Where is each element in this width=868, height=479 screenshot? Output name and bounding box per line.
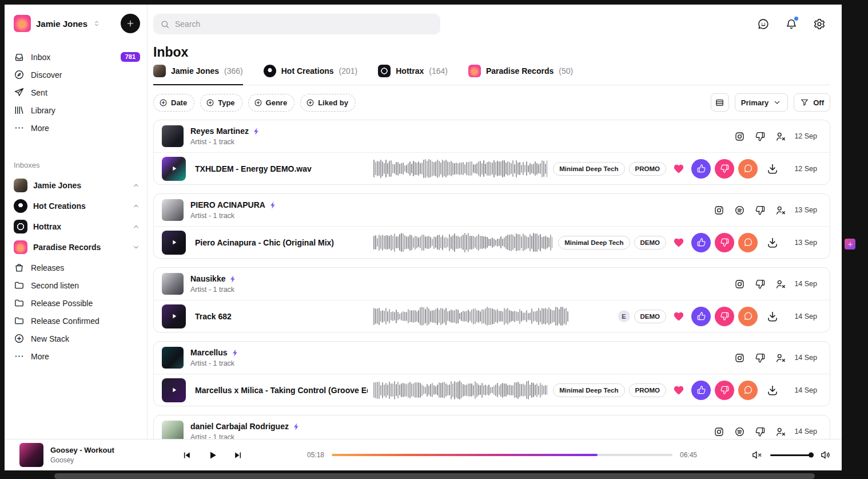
thumbs-down-icon[interactable] (755, 279, 766, 290)
thumbs-up-button[interactable] (691, 233, 711, 252)
previous-track-button[interactable] (182, 450, 192, 460)
track-waveform[interactable] (373, 157, 547, 180)
liked-heart-icon[interactable] (673, 163, 684, 175)
chevron-up-icon[interactable] (132, 181, 140, 189)
waveform-bar (552, 237, 552, 248)
thumbs-up-button[interactable] (691, 159, 711, 179)
play-track-button[interactable] (162, 157, 186, 181)
thumbs-up-button[interactable] (691, 381, 711, 400)
thumbs-down-icon[interactable] (755, 131, 766, 142)
sidebar-inbox-paradise-records[interactable]: Paradise Records (14, 237, 140, 258)
artist-row[interactable]: Reyes Martinez Artist - 1 track 12 Sep (154, 120, 830, 153)
remove-user-icon[interactable] (775, 131, 786, 142)
sidebar-item-discover[interactable]: Discover (14, 66, 140, 84)
waveform-bar (487, 162, 488, 176)
chevron-up-icon[interactable] (132, 223, 140, 231)
remove-user-icon[interactable] (775, 279, 786, 290)
filter-pill-genre[interactable]: Genre (248, 94, 295, 112)
sidebar-item-inbox[interactable]: Inbox 781 (14, 48, 140, 66)
sidebar-inbox-hottrax[interactable]: Hottrax (14, 216, 140, 237)
next-track-button[interactable] (233, 450, 243, 460)
sidebar-folder-releases[interactable]: Releases (14, 259, 140, 276)
chevron-down-icon[interactable] (132, 243, 140, 251)
sidebar-inbox-hot-creations[interactable]: Hot Creations (14, 196, 140, 216)
inbox-tab-jamie-jones[interactable]: Jamie Jones (366) (153, 65, 243, 85)
search-input[interactable] (175, 19, 433, 29)
layout-toggle-button[interactable] (711, 93, 729, 112)
play-track-button[interactable] (162, 378, 186, 402)
inbox-tab-hot-creations[interactable]: Hot Creations (201) (264, 65, 357, 85)
create-button[interactable] (121, 14, 140, 33)
sidebar-folder-second-listen[interactable]: Second listen (14, 276, 140, 294)
artist-row[interactable]: Marcellus Artist - 1 track 14 Sep (154, 342, 830, 374)
artist-row[interactable]: Nausikke Artist - 1 track 14 Sep (154, 268, 830, 300)
floating-add-button[interactable] (845, 239, 855, 250)
comment-button[interactable] (738, 233, 758, 252)
instagram-icon[interactable] (714, 426, 724, 437)
search-bar[interactable] (153, 14, 440, 34)
download-icon[interactable] (766, 236, 779, 249)
support-chat-icon[interactable] (757, 18, 770, 30)
liked-heart-icon[interactable] (673, 385, 684, 396)
artist-row[interactable]: PIERO ACINAPURA Artist - 1 track 13 Sep (154, 194, 830, 227)
inbox-tab-hottrax[interactable]: Hottrax (164) (378, 65, 448, 85)
waveform-bar (487, 386, 488, 395)
volume-slider[interactable] (770, 454, 813, 456)
remove-user-icon[interactable] (775, 353, 786, 363)
sidebar-item-more[interactable]: More (14, 119, 140, 137)
track-waveform[interactable] (373, 305, 575, 328)
instagram-icon[interactable] (734, 279, 745, 290)
thumbs-down-icon[interactable] (755, 353, 766, 363)
liked-heart-icon[interactable] (673, 237, 684, 248)
chevron-up-icon[interactable] (132, 202, 140, 210)
thumbs-down-button[interactable] (715, 381, 734, 400)
settings-gear-icon[interactable] (813, 18, 826, 30)
instagram-icon[interactable] (734, 353, 745, 363)
play-button[interactable] (206, 449, 218, 461)
track-waveform[interactable] (373, 231, 552, 254)
filter-toggle-button[interactable]: Off (794, 93, 830, 112)
sidebar-item-sent[interactable]: Sent (14, 84, 140, 101)
spotify-icon[interactable] (734, 205, 745, 216)
thumbs-up-button[interactable] (691, 307, 711, 326)
sidebar-folder-new-stack[interactable]: New Stack (14, 330, 140, 347)
volume-handle[interactable] (809, 453, 814, 458)
filter-pill-date[interactable]: Date (153, 94, 194, 112)
instagram-icon[interactable] (714, 205, 724, 216)
remove-user-icon[interactable] (775, 426, 786, 437)
workspace-switcher[interactable]: Jamie Jones (14, 14, 140, 33)
thumbs-down-button[interactable] (715, 307, 734, 326)
waveform-bar (430, 311, 431, 322)
thumbs-down-icon[interactable] (755, 205, 766, 216)
instagram-icon[interactable] (734, 131, 745, 142)
comment-button[interactable] (738, 159, 758, 179)
thumbs-down-button[interactable] (715, 233, 734, 252)
mute-button[interactable] (751, 449, 763, 461)
top-icons (757, 18, 830, 30)
seek-bar[interactable] (332, 454, 672, 456)
sidebar-folder-more[interactable]: More (14, 347, 140, 365)
play-track-button[interactable] (162, 304, 186, 328)
download-icon[interactable] (766, 163, 779, 175)
comment-button[interactable] (738, 381, 758, 400)
download-icon[interactable] (766, 384, 779, 397)
sidebar-folder-release-possible[interactable]: Release Possible (14, 294, 140, 312)
comment-button[interactable] (738, 307, 758, 326)
sidebar-inbox-jamie-jones[interactable]: Jamie Jones (14, 175, 140, 196)
sidebar-item-library[interactable]: Library (14, 101, 140, 119)
sort-dropdown[interactable]: Primary (735, 93, 788, 112)
play-track-button[interactable] (162, 231, 186, 255)
download-icon[interactable] (766, 310, 779, 323)
filter-pill-type[interactable]: Type (200, 94, 242, 112)
thumbs-down-icon[interactable] (755, 426, 766, 437)
remove-user-icon[interactable] (775, 205, 786, 216)
inbox-tab-paradise-records[interactable]: Paradise Records (50) (468, 65, 573, 85)
liked-heart-icon[interactable] (673, 311, 684, 322)
notifications-bell-button[interactable] (785, 18, 798, 30)
thumbs-down-button[interactable] (715, 159, 734, 179)
artist-row[interactable]: daniel Carbajal Rodriguez Artist - 1 tra… (154, 415, 830, 439)
spotify-icon[interactable] (734, 426, 745, 437)
sidebar-folder-release-confirmed[interactable]: Release Confirmed (14, 312, 140, 330)
filter-pill-liked-by[interactable]: Liked by (300, 94, 356, 112)
track-waveform[interactable] (373, 379, 547, 402)
